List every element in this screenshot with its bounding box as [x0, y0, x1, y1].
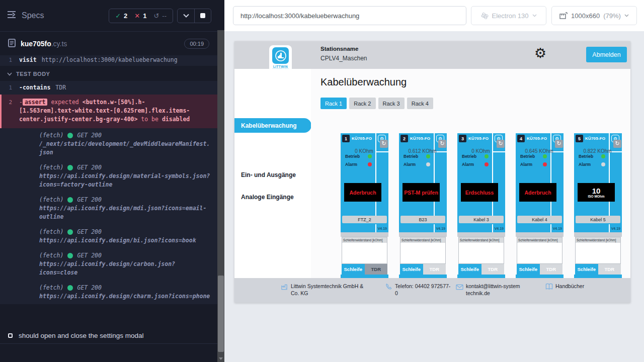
- logo-icon: [272, 47, 289, 64]
- scrollbar-thumb[interactable]: [218, 276, 224, 352]
- status-dot: [67, 253, 73, 258]
- tdr-button[interactable]: TDR: [365, 264, 388, 275]
- check-icon: ✓: [115, 12, 121, 20]
- nav-item-analoge-eingaenge[interactable]: Analoge Eingänge: [241, 194, 294, 201]
- refresh-icon[interactable]: ↻: [380, 140, 388, 148]
- test-stats[interactable]: ✓ 2 ✕ 1 ↺ --: [109, 9, 173, 23]
- fetch-log-row[interactable]: (fetch)GET 200 https://api.iconify.desig…: [0, 225, 217, 248]
- cross-icon: ✕: [134, 12, 140, 20]
- device-card-3: 3 KÜ705-FO ⚙ Betrieb Alarm Erdschluss Ka…: [457, 133, 505, 278]
- betrieb-led: [368, 154, 372, 158]
- electron-icon: [481, 12, 489, 20]
- card-number: 5: [576, 135, 583, 142]
- betrieb-led: [426, 154, 430, 158]
- tab-rack-3[interactable]: Rack 3: [378, 98, 405, 109]
- chevron-down-icon: [532, 14, 537, 17]
- footer-company: Littwin Systemtechnik GmbH & Co. KG: [281, 283, 366, 297]
- card-number: 2: [400, 135, 408, 142]
- assert-badge: assert: [23, 99, 48, 106]
- browser-url-bar: Electron 130 1000x660 (79%): [224, 0, 644, 31]
- status-dot: [67, 285, 73, 291]
- settings-gear-icon[interactable]: ⚙: [534, 46, 546, 60]
- browser-select[interactable]: Electron 130: [471, 6, 546, 25]
- chevron-down-icon: [7, 72, 12, 76]
- stop-icon: [200, 13, 205, 18]
- loop-resistance-panel: Schleifenwiderstand [kOhm]: [575, 237, 621, 264]
- schleife-button[interactable]: Schleife: [342, 264, 365, 275]
- app-header: Stationsname CPLV4_Maschen ⚙ Abmelden: [234, 41, 630, 69]
- specs-toggle-icon[interactable]: [7, 11, 17, 21]
- firmware-version: V4.19: [611, 227, 620, 230]
- nav-item-ein-und-ausgaenge[interactable]: Ein- und Ausgänge: [241, 171, 296, 178]
- logout-button[interactable]: Abmelden: [586, 47, 627, 62]
- app-viewport: Stationsname CPLV4_Maschen ⚙ Abmelden LI…: [234, 41, 630, 303]
- runner-pane: Electron 130 1000x660 (79%) Stationsname: [224, 0, 644, 362]
- footer-phone: Telefon: 04402 972577-0: [385, 283, 451, 297]
- runner-controls: [177, 9, 211, 23]
- tab-rack-4[interactable]: Rack 4: [407, 98, 433, 109]
- collapse-all-button[interactable]: [178, 9, 194, 23]
- refresh-icon[interactable]: ↻: [613, 140, 621, 148]
- command-assert-failed[interactable]: 2 -assert expected <button.w-[50%].h-[1.…: [0, 95, 217, 128]
- betrieb-led: [485, 154, 489, 158]
- fetch-log-row[interactable]: (fetch)GET 200 /_next/static/development…: [0, 128, 217, 160]
- status-display: PST-M prüfen: [403, 183, 440, 202]
- cypress-reporter-sidebar: Specs ✓ 2 ✕ 1 ↺ --: [0, 0, 217, 362]
- betrieb-led: [601, 154, 605, 158]
- nav-item-kabelueberwachung[interactable]: Kabelüberwachung: [234, 118, 311, 133]
- stop-button[interactable]: [194, 9, 211, 23]
- device-card-4: 4 KÜ705-FO ⚙ Betrieb Alarm Aderbruch Kab…: [516, 133, 564, 278]
- cable-name: Kabel 3: [459, 216, 504, 223]
- alarm-led: [426, 162, 430, 166]
- tab-rack-1[interactable]: Rack 1: [320, 98, 347, 109]
- fetch-log-row[interactable]: (fetch)GET 200 https://api.iconify.desig…: [0, 248, 217, 281]
- app-nav: Übersicht Kabelüberwachung Ein- und Ausg…: [234, 69, 311, 278]
- command-log: 1 visit http://localhost:3000/kabelueber…: [0, 55, 217, 304]
- stat-pending: ↺ --: [153, 12, 167, 20]
- spec-file-row[interactable]: kue705fo .cy.ts 00:19: [0, 32, 217, 55]
- command-visit[interactable]: 1 visit http://localhost:3000/kabelueber…: [0, 55, 217, 66]
- test-item-settings-modal[interactable]: should open and close the settings modal: [0, 328, 217, 344]
- schleife-button[interactable]: Schleife: [400, 264, 423, 275]
- schleife-button[interactable]: Schleife: [458, 264, 481, 275]
- cable-name: FTZ_2: [342, 216, 387, 223]
- test-body-section[interactable]: TEST BODY: [0, 66, 217, 81]
- stat-passed: ✓ 2: [115, 12, 127, 20]
- fetch-log-row[interactable]: (fetch)GET 200 https://api.iconify.desig…: [0, 281, 217, 304]
- scroll-down-arrow[interactable]: [219, 357, 223, 360]
- schleife-button[interactable]: Schleife: [517, 264, 540, 275]
- refresh-icon[interactable]: ↻: [438, 140, 446, 148]
- firmware-version: V4.19: [378, 227, 387, 230]
- loop-resistance-value: 0 KOhm: [342, 148, 386, 154]
- device-card-2: 2 KÜ705-FO ⚙ Betrieb Alarm PST-M prüfen …: [399, 133, 447, 278]
- footer-manuals[interactable]: Handbücher: [545, 283, 584, 292]
- viewport-select[interactable]: 1000x660 (79%): [551, 6, 637, 25]
- footer-email[interactable]: kontakt@littwin-systemtechnik.de: [456, 283, 521, 297]
- loop-resistance-value: 0.822 KOhm: [575, 148, 620, 154]
- status-display: Aderbruch: [344, 183, 381, 202]
- refresh-icon[interactable]: ↻: [555, 140, 563, 148]
- phone-icon: [385, 283, 392, 297]
- tab-rack-2[interactable]: Rack 2: [349, 98, 375, 109]
- url-input[interactable]: [233, 6, 466, 25]
- device-card-1: 1 KÜ705-FO ⚙ Betrieb Alarm Aderbruch FTZ…: [341, 133, 388, 278]
- station-name-value: CPLV4_Maschen: [320, 55, 367, 62]
- fetch-log-row[interactable]: (fetch)GET 200 https://api.iconify.desig…: [0, 193, 217, 225]
- factory-icon: [281, 283, 288, 297]
- spec-file-icon: [8, 39, 16, 49]
- device-model: KÜ705-FO: [527, 136, 547, 141]
- specs-label: Specs: [22, 11, 44, 20]
- tdr-button-disabled: TDR: [540, 264, 563, 275]
- refresh-icon[interactable]: ↻: [497, 140, 505, 148]
- reporter-header: Specs ✓ 2 ✕ 1 ↺ --: [0, 0, 217, 32]
- loop-resistance-value: 0 KOhm: [458, 148, 503, 154]
- cable-name: B23: [400, 216, 445, 223]
- schleife-button[interactable]: Schleife: [575, 264, 598, 275]
- device-model: KÜ705-FO: [585, 136, 605, 141]
- refresh-icon: ↺: [153, 12, 159, 20]
- command-contains[interactable]: 1 -contains TDR: [0, 81, 217, 95]
- status-dot: [67, 133, 73, 138]
- fetch-log-row[interactable]: (fetch)GET 200 https://api.iconify.desig…: [0, 160, 217, 193]
- status-dot: [67, 165, 73, 170]
- sidebar-scrollbar[interactable]: [217, 0, 224, 362]
